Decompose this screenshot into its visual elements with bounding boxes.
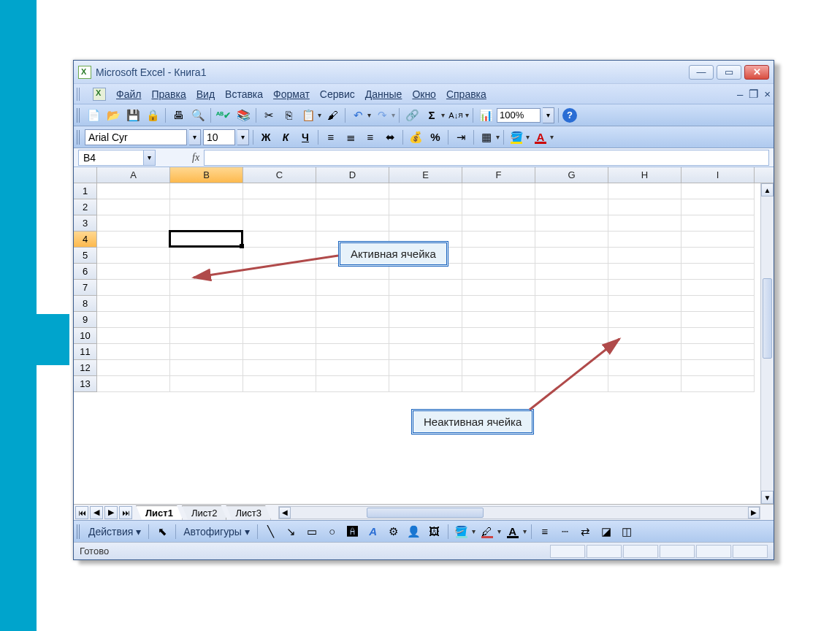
- col-header-a[interactable]: A: [97, 167, 170, 183]
- sheet-tab-3[interactable]: Лист3: [226, 505, 270, 520]
- cell[interactable]: [462, 183, 535, 199]
- col-header-c[interactable]: C: [243, 167, 316, 183]
- font-dropdown[interactable]: ▾: [189, 129, 201, 145]
- col-header-d[interactable]: D: [316, 167, 389, 183]
- cell[interactable]: [608, 280, 681, 296]
- increase-indent-icon[interactable]: ⇥: [452, 129, 470, 145]
- bold-button[interactable]: Ж: [257, 129, 275, 145]
- diagram-icon[interactable]: ⚙: [385, 524, 402, 540]
- shadow-style-icon[interactable]: ◪: [597, 524, 615, 540]
- italic-button[interactable]: К: [277, 129, 294, 145]
- row-header[interactable]: 8: [74, 296, 97, 312]
- print-preview-icon[interactable]: 🔍: [189, 107, 207, 123]
- cell[interactable]: [462, 199, 535, 215]
- doc-restore-button[interactable]: ❐: [749, 88, 758, 101]
- row-header[interactable]: 13: [74, 376, 97, 392]
- row-header[interactable]: 9: [74, 312, 97, 328]
- cell[interactable]: [608, 248, 681, 264]
- undo-icon[interactable]: ↶: [349, 107, 367, 123]
- menu-help[interactable]: Справка: [446, 88, 486, 100]
- open-icon[interactable]: 📂: [104, 107, 122, 123]
- cell[interactable]: [389, 344, 462, 360]
- cell[interactable]: [97, 280, 170, 296]
- cell[interactable]: [316, 215, 389, 232]
- cell[interactable]: [97, 232, 170, 248]
- cell[interactable]: [243, 312, 316, 328]
- row-header[interactable]: 1: [74, 183, 97, 199]
- cell[interactable]: [97, 215, 170, 232]
- cell[interactable]: [462, 312, 535, 328]
- zoom-combo[interactable]: 100%: [497, 108, 541, 123]
- cell[interactable]: [243, 199, 316, 215]
- currency-icon[interactable]: 💰: [407, 129, 424, 145]
- cell[interactable]: [243, 328, 316, 344]
- cell[interactable]: [681, 280, 755, 296]
- cell[interactable]: [97, 312, 170, 328]
- next-sheet-button[interactable]: ▶: [104, 506, 118, 519]
- borders-icon[interactable]: ▦: [478, 129, 495, 145]
- cell[interactable]: [681, 376, 755, 392]
- horizontal-scrollbar[interactable]: ◀ ▶: [278, 506, 760, 519]
- sheet-tab-2[interactable]: Лист2: [182, 505, 226, 520]
- row-header[interactable]: 3: [74, 215, 97, 232]
- row-header[interactable]: 6: [74, 264, 97, 280]
- sort-asc-icon[interactable]: A↓Я: [447, 107, 465, 123]
- cell[interactable]: [681, 360, 755, 376]
- cell[interactable]: [462, 280, 535, 296]
- row-header[interactable]: 10: [74, 328, 97, 344]
- toolbar-grip[interactable]: [77, 524, 81, 539]
- cell[interactable]: [170, 296, 243, 312]
- menu-edit[interactable]: Правка: [151, 88, 186, 100]
- arrow-style-icon[interactable]: ⇄: [577, 524, 595, 540]
- close-button[interactable]: ✕: [744, 65, 769, 80]
- toolbar-grip[interactable]: [77, 88, 81, 101]
- research-icon[interactable]: 📚: [234, 107, 252, 123]
- cell[interactable]: [535, 312, 608, 328]
- zoom-dropdown[interactable]: ▾: [543, 107, 554, 123]
- cell[interactable]: [535, 232, 608, 248]
- line-icon[interactable]: ╲: [262, 524, 280, 540]
- scroll-right-icon[interactable]: ▶: [748, 507, 760, 519]
- help-icon[interactable]: ?: [562, 108, 577, 123]
- cell[interactable]: [462, 264, 535, 280]
- cell[interactable]: [535, 183, 608, 199]
- cell[interactable]: [243, 183, 316, 199]
- col-header-e[interactable]: E: [389, 167, 462, 183]
- save-icon[interactable]: 💾: [124, 107, 142, 123]
- cell[interactable]: [608, 183, 681, 199]
- cell[interactable]: [535, 264, 608, 280]
- cell[interactable]: [97, 360, 170, 376]
- cell[interactable]: [97, 183, 170, 199]
- cell[interactable]: [608, 215, 681, 232]
- rectangle-icon[interactable]: ▭: [303, 524, 321, 540]
- select-objects-icon[interactable]: ⬉: [153, 524, 171, 540]
- formula-input[interactable]: [204, 150, 769, 166]
- cell[interactable]: [608, 296, 681, 312]
- first-sheet-button[interactable]: ⏮: [75, 506, 88, 519]
- align-right-icon[interactable]: ≡: [362, 129, 379, 145]
- fx-label[interactable]: fx: [192, 152, 199, 164]
- cell[interactable]: [462, 328, 535, 344]
- menu-window[interactable]: Окно: [412, 88, 436, 100]
- cell[interactable]: [681, 296, 755, 312]
- menu-data[interactable]: Данные: [365, 88, 402, 100]
- print-icon[interactable]: 🖶: [169, 107, 187, 123]
- last-sheet-button[interactable]: ⏭: [119, 506, 132, 519]
- cell[interactable]: [170, 312, 243, 328]
- toolbar-grip[interactable]: [77, 130, 81, 145]
- new-icon[interactable]: 📄: [85, 107, 102, 123]
- cell[interactable]: [170, 199, 243, 215]
- cell[interactable]: [389, 199, 462, 215]
- autoshapes-menu[interactable]: Автофигуры ▾: [180, 526, 253, 538]
- align-left-icon[interactable]: ≡: [322, 129, 340, 145]
- redo-icon[interactable]: ↷: [373, 107, 391, 123]
- cell[interactable]: [462, 296, 535, 312]
- cell[interactable]: [170, 360, 243, 376]
- font-color-icon[interactable]: A: [532, 129, 549, 145]
- cell[interactable]: [97, 376, 170, 392]
- vscroll-thumb[interactable]: [763, 278, 772, 359]
- cell[interactable]: [681, 248, 755, 264]
- cell[interactable]: [535, 199, 608, 215]
- cell[interactable]: [608, 312, 681, 328]
- permissions-icon[interactable]: 🔒: [144, 107, 161, 123]
